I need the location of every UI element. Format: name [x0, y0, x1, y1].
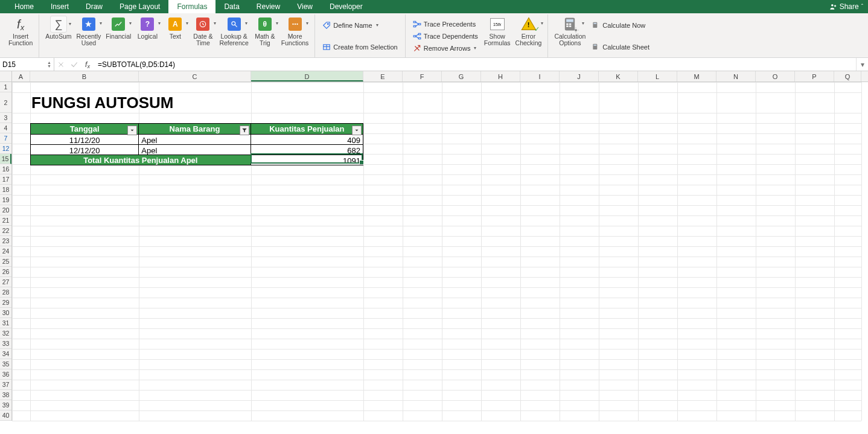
create-from-selection-button[interactable]: Create from Selection — [320, 42, 400, 53]
table-cell[interactable]: Apel — [139, 134, 251, 144]
row-header-1[interactable]: 1 — [0, 82, 11, 92]
row-header-35[interactable]: 35 — [0, 359, 11, 369]
column-header-K[interactable]: K — [599, 71, 638, 81]
filter-button[interactable] — [240, 126, 249, 135]
row-header-12[interactable]: 12 — [0, 144, 11, 154]
tab-page-layout[interactable]: Page Layout — [111, 0, 168, 13]
row-header-38[interactable]: 38 — [0, 390, 11, 400]
row-header-21[interactable]: 21 — [0, 215, 11, 226]
insert-function-button[interactable]: fx Insert Function — [6, 14, 35, 57]
tab-review[interactable]: Review — [248, 0, 289, 13]
row-header-19[interactable]: 19 — [0, 195, 11, 205]
tab-insert[interactable]: Insert — [42, 0, 77, 13]
row-header-17[interactable]: 17 — [0, 174, 11, 185]
define-name-button[interactable]: Define Name▾ — [320, 20, 400, 31]
row-header-39[interactable]: 39 — [0, 400, 11, 410]
math-trig-button[interactable]: θ ▾ Math & Trig — [251, 14, 279, 57]
row-header-32[interactable]: 32 — [0, 328, 11, 339]
calculate-sheet-button[interactable]: Calculate Sheet — [589, 42, 652, 53]
financial-button[interactable]: ▾ Financial — [103, 14, 133, 57]
column-header-L[interactable]: L — [638, 71, 677, 81]
column-header-G[interactable]: G — [442, 71, 481, 81]
formula-expand-button[interactable]: ▾ — [856, 58, 868, 71]
trace-dependents-button[interactable]: Trace Dependents — [410, 31, 480, 42]
formula-input[interactable]: =SUBTOTAL(9,D5:D14) — [94, 58, 856, 71]
tab-data[interactable]: Data — [215, 0, 247, 13]
lookup-reference-button[interactable]: ▾ Lookup & Reference — [217, 14, 251, 57]
name-box[interactable]: D15 ▲▼ — [0, 58, 54, 71]
autosum-button[interactable]: ∑ ▾ AutoSum — [43, 14, 74, 57]
date-time-button[interactable]: ▾ Date & Time — [189, 14, 217, 57]
row-header-18[interactable]: 18 — [0, 185, 11, 195]
namebox-stepper[interactable]: ▲▼ — [47, 61, 51, 68]
row-header-2[interactable]: 2 — [0, 92, 11, 113]
row-header-3[interactable]: 3 — [0, 113, 11, 123]
table-cell[interactable]: 12/12/20 — [31, 144, 139, 155]
tab-developer[interactable]: Developer — [321, 0, 371, 13]
cancel-formula-button[interactable] — [54, 58, 68, 71]
row-header-20[interactable]: 20 — [0, 205, 11, 215]
trace-precedents-button[interactable]: Trace Precedents — [410, 19, 480, 30]
table-cell[interactable]: 682 — [251, 144, 363, 155]
column-header-B[interactable]: B — [30, 71, 139, 81]
tab-draw[interactable]: Draw — [77, 0, 111, 13]
show-formulas-button[interactable]: 15fx Show Formulas — [482, 14, 513, 57]
row-header-33[interactable]: 33 — [0, 339, 11, 349]
cells-area[interactable]: FUNGSI AUTOSUMTanggalNama BarangKuantita… — [12, 82, 868, 434]
row-header-27[interactable]: 27 — [0, 277, 11, 287]
row-header-16[interactable]: 16 — [0, 164, 11, 174]
row-header-31[interactable]: 31 — [0, 318, 11, 328]
filter-button[interactable] — [127, 126, 137, 135]
tag-icon — [322, 21, 331, 30]
column-header-A[interactable]: A — [12, 71, 30, 81]
column-header-P[interactable]: P — [795, 71, 834, 81]
text-button[interactable]: A ▾ Text — [161, 14, 189, 57]
remove-arrows-button[interactable]: Remove Arrows▾ — [410, 43, 480, 54]
column-header-Q[interactable]: Q — [834, 71, 861, 81]
filter-button[interactable] — [352, 126, 362, 135]
column-header-I[interactable]: I — [520, 71, 560, 81]
row-header-22[interactable]: 22 — [0, 226, 11, 236]
logical-button[interactable]: ? ▾ Logical — [133, 14, 161, 57]
calculation-options-button[interactable]: ▾ Calculation Options — [552, 14, 588, 57]
row-header-25[interactable]: 25 — [0, 257, 11, 267]
row-header-23[interactable]: 23 — [0, 236, 11, 246]
enter-formula-button[interactable] — [68, 58, 81, 71]
row-header-34[interactable]: 34 — [0, 349, 11, 359]
select-all-corner[interactable] — [0, 71, 12, 82]
row-header-24[interactable]: 24 — [0, 246, 11, 257]
row-header-36[interactable]: 36 — [0, 369, 11, 380]
tab-home[interactable]: Home — [6, 0, 42, 13]
table-cell[interactable]: 11/12/20 — [31, 134, 139, 144]
row-header-40[interactable]: 40 — [0, 410, 11, 421]
fx-button[interactable]: fx — [81, 58, 94, 71]
more-functions-button[interactable]: ▾ More Functions — [279, 14, 311, 57]
column-header-O[interactable]: O — [756, 71, 795, 81]
total-value-cell[interactable]: 1091 — [251, 155, 363, 165]
column-header-D[interactable]: D — [251, 71, 363, 81]
row-header-37[interactable]: 37 — [0, 380, 11, 390]
row-header-26[interactable]: 26 — [0, 267, 11, 277]
tab-view[interactable]: View — [289, 0, 321, 13]
column-header-J[interactable]: J — [560, 71, 599, 81]
column-header-H[interactable]: H — [481, 71, 520, 81]
recently-used-button[interactable]: ★ ▾ Recently Used — [74, 14, 103, 57]
row-header-30[interactable]: 30 — [0, 308, 11, 318]
row-header-28[interactable]: 28 — [0, 287, 11, 298]
table-cell[interactable]: Apel — [139, 144, 251, 155]
table-cell[interactable]: 409 — [251, 134, 363, 144]
column-header-F[interactable]: F — [403, 71, 442, 81]
column-header-E[interactable]: E — [363, 71, 403, 81]
row-header-4[interactable]: 4 — [0, 123, 11, 133]
tab-formulas[interactable]: Formulas — [168, 0, 215, 13]
calculate-now-button[interactable]: Calculate Now — [589, 20, 652, 31]
row-header-15[interactable]: 15 — [0, 154, 11, 164]
spreadsheet-grid[interactable]: ABCDEFGHIJKLMNOPQ 1234712151617181920212… — [0, 71, 868, 434]
column-header-M[interactable]: M — [677, 71, 716, 81]
column-header-N[interactable]: N — [716, 71, 756, 81]
row-header-7[interactable]: 7 — [0, 133, 11, 144]
error-checking-button[interactable]: ! ✓ ▾ Error Checking — [513, 14, 544, 57]
row-header-29[interactable]: 29 — [0, 298, 11, 308]
share-button[interactable]: Shareˆ — [824, 0, 868, 13]
column-header-C[interactable]: C — [139, 71, 251, 81]
